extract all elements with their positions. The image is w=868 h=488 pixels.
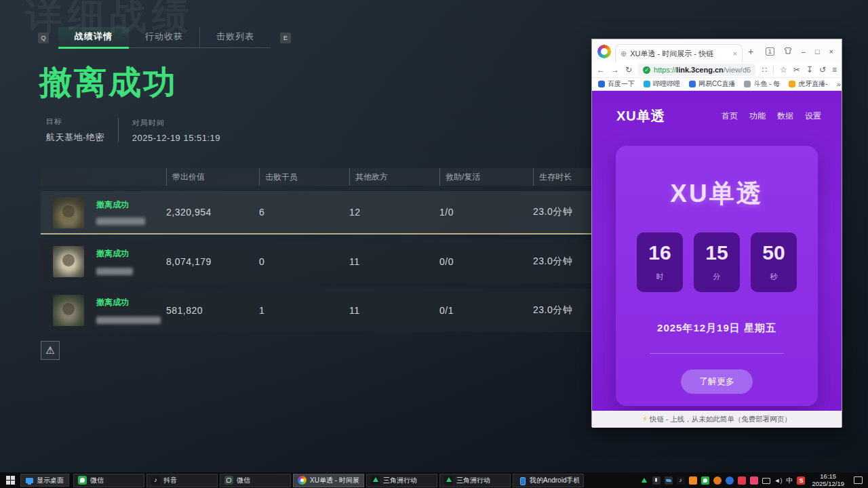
download-icon[interactable]: ↧ [806,65,813,75]
tray-orange-app-icon[interactable] [689,476,697,485]
nav-home[interactable]: 首页 [722,110,738,122]
header-other-enemies: 其他敌方 [349,168,388,186]
nav-settings[interactable]: 设置 [805,110,821,122]
site-brand: XU单透 [616,107,665,125]
screenshot-scissors-icon[interactable]: ✂ [793,65,800,75]
monitor-icon [26,478,33,483]
bookmarks-bar: 百度一下 哔哩哔哩 网易CC直播 斗鱼 - 每 虎牙直播- » [592,78,842,91]
header-carried-value: 带出价值 [166,168,205,186]
info-divider [118,118,119,142]
target-value: 航天基地-绝密 [46,131,104,144]
favorite-star-icon[interactable]: ☆ [780,65,787,75]
survival-time: 23.0分钟 [533,206,572,218]
new-tab-button[interactable]: + [748,46,753,57]
network-icon[interactable] [762,478,770,484]
player-avatar [53,246,84,277]
maximize-button[interactable]: □ [815,47,820,56]
wechat-icon [78,476,87,485]
report-warning-button[interactable]: ⚠ [41,341,60,360]
browser-logo-icon[interactable] [597,45,611,58]
tab-battle-details[interactable]: 战绩详情 [58,27,129,47]
huya-icon [789,81,795,87]
tray-red-app-icon[interactable] [738,476,746,485]
volume-icon[interactable]: ◄) [774,476,783,485]
nav-data[interactable]: 数据 [777,110,793,122]
status-badge: 撤离成功 [96,199,129,211]
bookmarks-overflow-icon[interactable]: » [837,80,841,88]
skin-icon[interactable] [784,47,792,56]
tray-app-icon[interactable] [665,476,673,485]
header-survival-time: 生存时长 [533,168,572,186]
system-tray: ♪ ◄) 中 S 16:15 2025/12/19 [640,473,868,488]
seconds-value: 50 [751,241,797,264]
minimize-button[interactable]: – [802,47,806,56]
site-header: XU单透 首页 功能 数据 设置 [592,91,842,125]
taskbar-item-delta-force-2[interactable]: 三角洲行动 [439,474,511,487]
globe-icon: ⊕ [620,49,627,58]
minutes-value: 15 [694,241,740,264]
bookmark-netease-cc[interactable]: 网易CC直播 [689,79,735,89]
tab-title: XU单透 - 时间展示 - 快链 [630,49,729,59]
bilibili-icon [644,81,650,87]
close-window-button[interactable]: × [829,47,833,56]
taskbar-item-browser-active[interactable]: XU单透 - 时间展示... [293,474,364,487]
tray-browser-icon[interactable] [726,476,734,485]
taskbar-item-android-phone[interactable]: 我的Android手机... [513,474,584,487]
tab-count-badge[interactable]: 1 [766,47,774,56]
learn-more-button[interactable]: 了解更多 [681,369,753,394]
reload-button[interactable]: ↻ [625,65,632,75]
tray-monkey-icon[interactable] [713,476,722,485]
taskbar-item-delta-force[interactable]: 三角洲行动 [366,474,437,487]
survival-time: 23.0分钟 [533,256,572,268]
notification-center-icon[interactable] [854,476,863,484]
taskbar-item-wechat-2[interactable]: 微信 [220,474,291,487]
player-name-blurred [96,268,133,275]
tab-kill-list[interactable]: 击败列表 [199,27,271,47]
tray-pink-app-icon[interactable] [750,476,758,485]
show-desktop-button[interactable]: 显示桌面 [20,474,69,487]
status-badge: 撤离成功 [96,297,129,308]
tab-close-icon[interactable]: × [733,49,737,58]
bookmark-huya[interactable]: 虎牙直播- [789,79,827,89]
tab-action-gains[interactable]: 行动收获 [129,27,199,47]
apps-grid-icon[interactable]: ∷ [762,65,767,75]
url-text: https://link.3ceng.cn/view/d6 [654,66,751,74]
taskbar-item-douyin[interactable]: ♪ 抖音 [146,474,218,487]
browser-tab[interactable]: ⊕ XU单透 - 时间展示 - 快链 × [615,44,743,62]
history-undo-icon[interactable]: ↺ [819,65,826,75]
tray-microphone-icon[interactable] [652,476,660,485]
tray-clock[interactable]: 16:15 2025/12/19 [812,473,844,488]
start-button[interactable] [0,472,20,488]
windows-logo-icon [6,476,15,485]
survival-time: 23.0分钟 [533,304,572,317]
douyu-icon [744,81,751,87]
operators-defeated: 0 [259,256,264,267]
player-name-blurred [96,317,161,324]
warning-icon: ⚠ [45,344,54,357]
target-label: 目标 [46,117,104,127]
address-bar[interactable]: ✓ https://link.3ceng.cn/view/d6 [638,64,755,76]
taskbar-item-wechat[interactable]: 微信 [73,474,144,487]
nav-features[interactable]: 功能 [749,110,766,122]
seconds-box: 50 秒 [751,232,797,292]
back-button[interactable]: ← [597,65,605,75]
tray-wechat-icon[interactable] [701,476,709,485]
forward-button[interactable]: → [611,65,619,75]
browser-icon [298,476,307,485]
tray-douyin-icon[interactable]: ♪ [677,476,685,485]
bookmark-douyu[interactable]: 斗鱼 - 每 [744,79,780,89]
ime-indicator[interactable]: 中 [786,476,793,485]
game-tabbar: Q 战绩详情 行动收获 击败列表 E [38,27,291,48]
key-hint-q: Q [38,33,49,43]
chat-bubble-icon [224,476,233,485]
baidu-icon [598,81,605,87]
match-time-label: 对局时间 [132,118,220,128]
bookmark-bilibili[interactable]: 哔哩哔哩 [644,79,680,89]
menu-icon[interactable]: ≡ [832,65,837,75]
cc-icon [689,81,696,87]
tray-delta-force-icon[interactable] [640,476,648,485]
sogou-input-icon[interactable]: S [797,476,805,485]
status-badge: 撤离成功 [96,248,129,260]
card-divider [650,353,784,354]
bookmark-baidu[interactable]: 百度一下 [598,79,635,89]
